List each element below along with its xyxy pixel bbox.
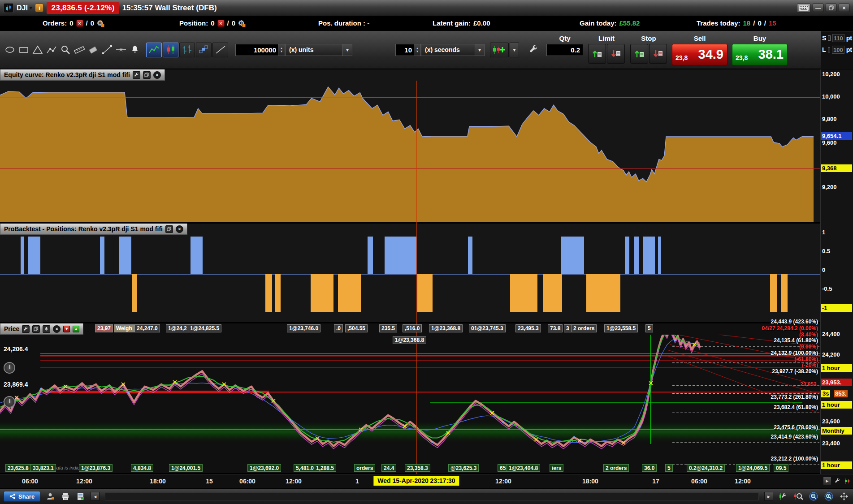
buy-button[interactable]: 23,8 38.1 bbox=[732, 44, 788, 65]
qty-input[interactable]: 0.2 bbox=[546, 44, 583, 56]
share-button[interactable]: Share bbox=[4, 491, 40, 502]
order-label[interactable]: Weigh bbox=[114, 324, 134, 332]
time-axis[interactable]: Wed 15-Apr-2020 23:17:30 ► 06:0012:0018:… bbox=[0, 474, 853, 488]
polyline-tool-icon[interactable] bbox=[44, 43, 58, 57]
close-window-button[interactable]: × bbox=[839, 4, 849, 12]
order-label[interactable]: ,516.0 bbox=[403, 324, 422, 332]
keyboard-icon[interactable] bbox=[797, 4, 810, 13]
order-label[interactable]: 09.5 bbox=[774, 464, 788, 472]
stop-distance-checkbox[interactable] bbox=[828, 35, 830, 41]
sell-stop-button[interactable] bbox=[649, 44, 667, 64]
spinner-up-icon[interactable]: ▲ bbox=[416, 47, 419, 50]
alert-bell-icon[interactable] bbox=[43, 325, 50, 333]
mini-candles-icon[interactable] bbox=[843, 477, 851, 485]
chart-type-trend-button[interactable] bbox=[212, 43, 228, 57]
order-label[interactable]: 1@23,368.8 bbox=[393, 336, 426, 344]
order-label[interactable]: 73.8 bbox=[548, 324, 563, 332]
order-label[interactable]: 1@23,404.8 bbox=[507, 464, 540, 472]
chart-settings-icon[interactable] bbox=[778, 491, 788, 502]
price-panel-header[interactable]: Price × ▼ ▲ bbox=[0, 323, 83, 335]
zoom-in-icon[interactable] bbox=[823, 491, 834, 502]
indicator-dropdown-arrow-icon[interactable]: ▾ bbox=[510, 43, 519, 57]
buy-stop-button[interactable] bbox=[630, 44, 648, 64]
cancel-orders-button[interactable]: × bbox=[76, 20, 83, 27]
wrench-settings-icon[interactable] bbox=[133, 71, 140, 79]
restore-panel-icon[interactable] bbox=[143, 71, 151, 79]
quantity-input[interactable]: 100000 bbox=[235, 44, 278, 56]
order-label[interactable]: 3 bbox=[564, 324, 572, 332]
order-label[interactable]: 2 orders bbox=[603, 464, 629, 472]
ellipse-tool-icon[interactable] bbox=[3, 43, 17, 57]
info-icon[interactable]: i bbox=[35, 4, 43, 12]
close-position-button[interactable]: × bbox=[217, 20, 225, 27]
spinner-up-icon[interactable]: ▲ bbox=[280, 47, 283, 50]
gauge-icon[interactable] bbox=[4, 362, 15, 374]
symbol-name[interactable]: DJI bbox=[17, 4, 28, 12]
spinner-down-icon[interactable]: ▼ bbox=[416, 50, 419, 53]
order-label[interactable]: 1@23,876.3 bbox=[79, 464, 113, 472]
interval-spinner[interactable]: ▲▼ bbox=[414, 44, 421, 56]
sell-button[interactable]: 23,8 34.9 bbox=[672, 44, 727, 65]
order-label[interactable]: 36.0 bbox=[642, 464, 657, 472]
zoom-out-icon[interactable] bbox=[808, 491, 819, 502]
chart-type-bars-button[interactable] bbox=[179, 43, 195, 57]
order-label[interactable]: 33,823.1 bbox=[30, 464, 56, 472]
close-panel-icon[interactable]: × bbox=[153, 71, 161, 79]
order-label[interactable]: iers bbox=[550, 464, 563, 472]
scroll-right-button[interactable]: ► bbox=[764, 492, 773, 501]
positions-panel-header[interactable]: ProBacktest - Positions: Renko v2.3pR dj… bbox=[0, 224, 187, 235]
position-settings-icon[interactable]: ⚙ bbox=[238, 20, 244, 27]
order-label[interactable]: 0.2@24,310.2 bbox=[687, 464, 725, 472]
order-label[interactable]: 1@23,368.8 bbox=[429, 324, 463, 332]
restore-panel-icon[interactable] bbox=[165, 225, 173, 233]
order-label[interactable]: ,504.55 bbox=[345, 324, 368, 332]
order-label[interactable]: 23,625.8 bbox=[5, 464, 31, 472]
interval-input[interactable]: 10 bbox=[395, 44, 414, 56]
minimize-button[interactable]: — bbox=[813, 4, 823, 12]
order-label[interactable]: 1@23,692.0 bbox=[247, 464, 281, 472]
order-label[interactable]: 4,834.8 bbox=[131, 464, 153, 472]
eraser-tool-icon[interactable] bbox=[86, 43, 100, 57]
order-label[interactable]: 23,358.3 bbox=[405, 464, 430, 472]
order-label[interactable]: 5 bbox=[665, 464, 673, 472]
segment-tool-icon[interactable] bbox=[100, 43, 114, 57]
equity-panel-header[interactable]: Equity curve: Renko v2.3pR dji S1 mod fi… bbox=[0, 69, 165, 81]
restore-button[interactable] bbox=[826, 4, 836, 12]
order-label[interactable]: 23,97 bbox=[95, 324, 113, 332]
zo​om-tool-icon[interactable] bbox=[58, 43, 72, 57]
order-label[interactable]: 5,481.0 bbox=[294, 464, 316, 472]
timeframe-dropdown-arrow-icon[interactable]: ▾ bbox=[475, 44, 484, 56]
order-label[interactable]: 24.4 bbox=[381, 464, 396, 472]
scroll-right-button[interactable]: ► bbox=[823, 477, 831, 485]
wrench-settings-icon[interactable] bbox=[22, 325, 30, 333]
restore-panel-icon[interactable] bbox=[32, 325, 40, 333]
order-label[interactable]: orders bbox=[354, 464, 375, 472]
stop-distance-value[interactable]: 110 bbox=[832, 34, 844, 42]
ruler-tool-icon[interactable] bbox=[72, 43, 86, 57]
order-label[interactable]: 1@24,001.5 bbox=[169, 464, 203, 472]
order-label[interactable]: 1@24,069.5 bbox=[736, 464, 770, 472]
order-label[interactable]: 24,247.0 bbox=[134, 324, 160, 332]
order-label[interactable]: 235.5 bbox=[379, 324, 397, 332]
chart-search-icon[interactable] bbox=[793, 491, 804, 502]
alert-bell-icon[interactable] bbox=[128, 43, 142, 57]
horizontal-scrollbar[interactable] bbox=[105, 492, 759, 500]
symbol-dropdown-icon[interactable]: ▾ bbox=[30, 5, 32, 11]
instrument-candles-icon[interactable] bbox=[4, 3, 13, 13]
order-label[interactable]: 1,288.5 bbox=[314, 464, 336, 472]
order-label[interactable]: 5 bbox=[645, 324, 653, 332]
limit-distance-value[interactable]: 100 bbox=[832, 46, 844, 54]
timeframe-dropdown[interactable]: (x) seconds ▾ bbox=[421, 44, 485, 56]
chart-type-candles-button[interactable] bbox=[163, 43, 178, 57]
order-label[interactable]: .0 bbox=[334, 324, 343, 332]
spinner-down-icon[interactable]: ▼ bbox=[280, 50, 283, 53]
close-panel-icon[interactable]: × bbox=[53, 325, 61, 333]
report-icon[interactable] bbox=[75, 491, 86, 502]
gauge-icon[interactable] bbox=[4, 396, 15, 408]
price-chart[interactable] bbox=[0, 335, 820, 470]
order-label[interactable]: 1@23,558.5 bbox=[604, 324, 638, 332]
close-panel-icon[interactable]: × bbox=[176, 225, 183, 233]
user-icon[interactable] bbox=[45, 491, 56, 502]
chart-type-line-button[interactable] bbox=[146, 43, 162, 57]
order-label[interactable]: 1@24,2 bbox=[166, 324, 189, 332]
